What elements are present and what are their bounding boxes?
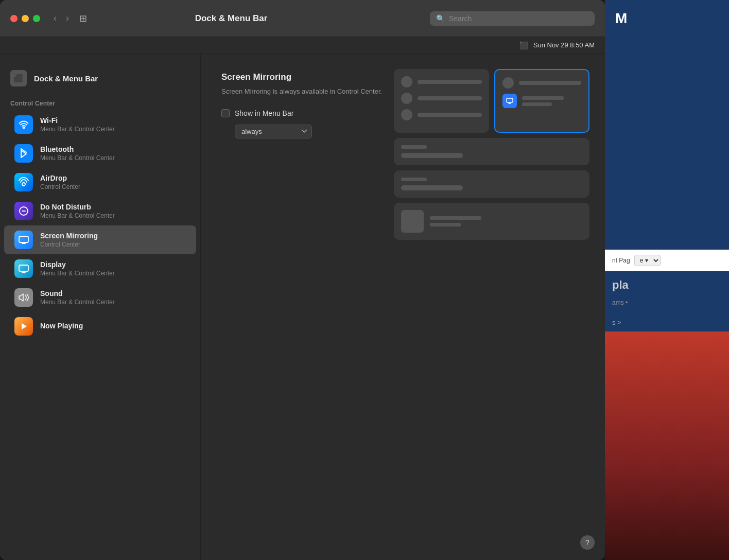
preview-row-2 — [401, 93, 482, 104]
window-title: Dock & Menu Bar — [32, 13, 430, 24]
screen-mirroring-name: Screen Mirroring — [40, 232, 98, 240]
preview-widget — [394, 69, 589, 240]
sound-name: Sound — [40, 289, 115, 297]
now-playing-name: Now Playing — [40, 322, 83, 330]
titlebar: ‹ › ⊞ Dock & Menu Bar 🔍 — [0, 0, 605, 37]
preview-card-list — [394, 69, 489, 133]
svg-marker-3 — [22, 323, 27, 329]
right-panel: M nt Pag e ▾ pla ams • s > — [605, 0, 729, 560]
search-bar[interactable]: 🔍 — [430, 11, 595, 26]
sidebar-item-sound[interactable]: Sound Menu Bar & Control Center — [4, 283, 196, 312]
airdrop-icon — [14, 173, 33, 191]
screen-mirroring-text: Screen Mirroring Control Center — [40, 232, 98, 248]
screen-mirroring-sub: Control Center — [40, 241, 98, 248]
svg-point-0 — [22, 183, 25, 186]
preview-circle-1 — [401, 76, 412, 87]
right-panel-play-label: pla — [605, 271, 729, 299]
sidebar-top-label: Dock & Menu Bar — [34, 74, 98, 83]
display-sub: Menu Bar & Control Center — [40, 270, 115, 277]
sidebar-item-bluetooth[interactable]: Bluetooth Menu Bar & Control Center — [4, 139, 196, 168]
sidebar-item-airdrop[interactable]: AirDrop Control Center — [4, 168, 196, 197]
main-window: ‹ › ⊞ Dock & Menu Bar 🔍 ⬛ Sun Nov 29 8:5… — [0, 0, 605, 560]
preview-bar-2 — [401, 185, 463, 190]
preview-album-line-1 — [430, 216, 481, 220]
preview-icon-row-top — [502, 77, 581, 89]
right-panel-dropdown-row: nt Pag e ▾ — [605, 250, 729, 271]
sidebar-item-screenmirroring[interactable]: Screen Mirroring Control Center — [4, 225, 196, 254]
preview-lines-stack — [522, 96, 581, 106]
bluetooth-icon — [14, 144, 33, 163]
menubar-time: Sun Nov 29 8:50 AM — [533, 41, 595, 49]
preview-circle-3 — [401, 109, 412, 120]
preview-bar-1 — [401, 153, 463, 158]
wifi-text: Wi-Fi Menu Bar & Control Center — [40, 116, 115, 133]
show-in-menu-bar-label: Show in Menu Bar — [235, 109, 293, 117]
svg-rect-2 — [19, 265, 28, 271]
menubar-screen-icon: ⬛ — [519, 41, 528, 49]
right-panel-label: nt Pag — [612, 257, 630, 264]
main-panel: Screen Mirroring Screen Mirroring is alw… — [201, 54, 605, 560]
display-name: Display — [40, 260, 115, 269]
svg-rect-1 — [19, 236, 28, 242]
sidebar-item-donotdisturb[interactable]: Do Not Disturb Menu Bar & Control Center — [4, 197, 196, 225]
now-playing-text: Now Playing — [40, 322, 83, 331]
right-panel-select[interactable]: e ▾ — [634, 255, 661, 266]
preview-screen-mirror-icon — [502, 94, 517, 108]
right-panel-image-area — [605, 331, 729, 561]
search-input[interactable] — [449, 14, 588, 23]
display-text: Display Menu Bar & Control Center — [40, 260, 115, 277]
sidebar: ⬛ Dock & Menu Bar Control Center Wi-Fi M… — [0, 54, 201, 560]
preview-line-2 — [418, 96, 482, 100]
content-area: ⬛ Dock & Menu Bar Control Center Wi-Fi M… — [0, 54, 605, 560]
preview-line-1 — [418, 80, 482, 84]
display-icon — [14, 259, 33, 278]
preview-line-sm-2 — [522, 102, 552, 106]
preview-grid — [394, 69, 589, 133]
preview-label-1 — [401, 145, 427, 149]
close-button[interactable] — [10, 15, 18, 22]
right-panel-nav-chevrons: s > — [612, 319, 621, 326]
preview-circle-top — [502, 77, 514, 89]
preview-wide-card-1 — [394, 138, 589, 165]
preview-album-lines — [430, 216, 481, 226]
wifi-name: Wi-Fi — [40, 116, 115, 125]
airdrop-text: AirDrop Control Center — [40, 174, 80, 190]
preview-circle-2 — [401, 93, 412, 104]
sidebar-top-item[interactable]: ⬛ Dock & Menu Bar — [0, 64, 200, 93]
sidebar-item-display[interactable]: Display Menu Bar & Control Center — [4, 254, 196, 283]
preview-full-row-bar-2 — [401, 185, 582, 190]
show-in-menu-bar-checkbox[interactable] — [221, 109, 230, 117]
bluetooth-text: Bluetooth Menu Bar & Control Center — [40, 145, 115, 162]
preview-label-2 — [401, 178, 427, 181]
right-panel-top: M — [605, 0, 729, 250]
sidebar-item-nowplaying[interactable]: Now Playing — [4, 312, 196, 341]
minimize-button[interactable] — [22, 15, 29, 22]
preview-row-1 — [401, 76, 482, 87]
preview-full-row-bar — [401, 153, 582, 158]
bluetooth-name: Bluetooth — [40, 145, 115, 153]
preview-line-3 — [418, 113, 482, 117]
always-dropdown[interactable]: always while active never — [235, 125, 312, 138]
menubar-strip: ⬛ Sun Nov 29 8:50 AM — [0, 37, 605, 54]
bluetooth-sub: Menu Bar & Control Center — [40, 154, 115, 162]
preview-full-row-label — [401, 145, 582, 149]
sidebar-item-wifi[interactable]: Wi-Fi Menu Bar & Control Center — [4, 110, 196, 139]
screen-mirror-icon — [14, 231, 33, 249]
now-playing-icon — [14, 317, 33, 336]
help-button[interactable]: ? — [580, 535, 595, 550]
wifi-sub: Menu Bar & Control Center — [40, 126, 115, 133]
airdrop-name: AirDrop — [40, 174, 80, 182]
preview-line-top — [519, 81, 581, 85]
svg-rect-4 — [507, 98, 513, 102]
preview-card-highlighted — [494, 69, 589, 133]
preview-icon-area — [502, 94, 581, 108]
preview-album-line-2 — [430, 223, 461, 226]
search-icon: 🔍 — [436, 14, 445, 23]
preview-album-art — [401, 210, 424, 233]
dnd-text: Do Not Disturb Menu Bar & Control Center — [40, 203, 115, 219]
preview-wide-card-2 — [394, 170, 589, 198]
preview-row-3 — [401, 109, 482, 120]
preview-album-card — [394, 203, 589, 240]
sound-text: Sound Menu Bar & Control Center — [40, 289, 115, 306]
sound-sub: Menu Bar & Control Center — [40, 299, 115, 306]
